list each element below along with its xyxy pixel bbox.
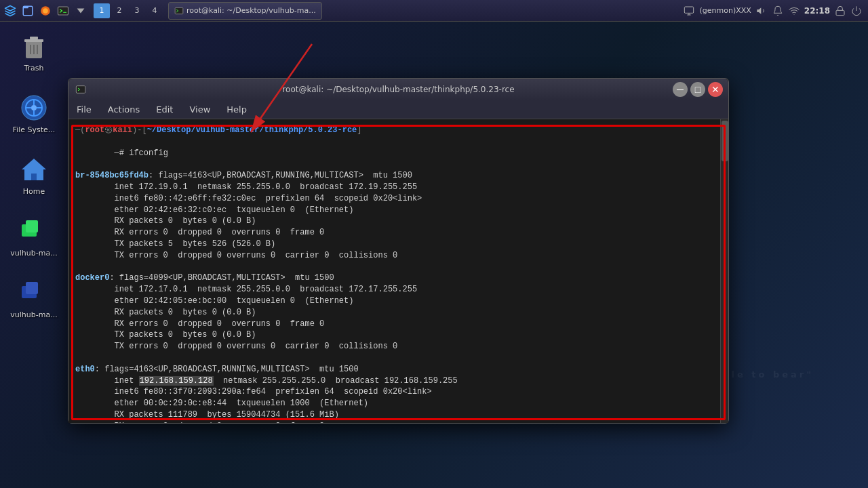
output-line-14: TX packets 0 bytes 0 (0.0 B) [75, 329, 722, 341]
svg-rect-13 [30, 37, 38, 39]
output-line-10: inet 172.17.0.1 netmask 255.255.0.0 broa… [75, 284, 722, 296]
taskbar-time: 22:18 [804, 6, 830, 16]
menu-help[interactable]: Help [224, 103, 250, 116]
prompt-line: ─(root㉿kali)-[~/Desktop/vulhub-master/th… [75, 125, 722, 136]
workspace-switcher: 1 2 3 4 [94, 3, 163, 18]
desktop-icon-home[interactable]: Home [7, 150, 61, 199]
svg-rect-29 [26, 282, 38, 294]
vulhub2-label: vulhub-ma... [10, 310, 57, 319]
output-line-18: inet6 fe80::3f70:2093:290a:fe64 prefixle… [75, 386, 722, 398]
svg-rect-30 [76, 86, 85, 94]
active-app-label: root@kali: ~/Desktop/vulhub-ma... [186, 6, 316, 15]
files-icon[interactable] [20, 3, 35, 18]
output-line-2: inet 172.19.0.1 netmask 255.255.0.0 broa… [75, 182, 722, 193]
kali-menu-icon[interactable] [3, 3, 18, 18]
output-line-16: eth0: flags=4163<UP,BROADCAST,RUNNING,MU… [75, 364, 722, 375]
taskbar-user: (genmon)XXX [699, 6, 751, 15]
desktop: 1 2 3 4 root@kali: ~/Desktop/vulhub-ma..… [0, 0, 868, 488]
taskbar-monitor-icon[interactable] [683, 5, 695, 17]
output-line-8: TX errors 0 dropped 0 overruns 0 carrier… [75, 250, 722, 262]
output-blank-2 [75, 352, 722, 364]
terminal-menubar: File Actions Edit View Help [68, 100, 728, 119]
output-line-15: TX errors 0 dropped 0 overruns 0 carrier… [75, 341, 722, 352]
terminal-window: root@kali: ~/Desktop/vulhub-master/think… [68, 78, 729, 424]
menu-view[interactable]: View [186, 103, 213, 116]
output-line-11: ether 02:42:05:ee:bc:00 txqueuelen 0 (Et… [75, 296, 722, 307]
desktop-icon-trash[interactable]: Trash [7, 27, 61, 75]
taskbar: 1 2 3 4 root@kali: ~/Desktop/vulhub-ma..… [0, 0, 868, 22]
home-icon [18, 153, 50, 186]
output-line-19: ether 00:0c:29:0c:e8:44 txqueuelen 1000 … [75, 398, 722, 409]
output-line-13: RX errors 0 dropped 0 overruns 0 frame 0 [75, 319, 722, 330]
taskbar-right: (genmon)XXX 22:18 [677, 5, 868, 17]
svg-rect-2 [23, 6, 28, 8]
svg-marker-6 [77, 8, 85, 13]
svg-point-4 [43, 8, 48, 14]
taskbar-notification-icon[interactable] [772, 5, 784, 17]
terminal-title: root@kali: ~/Desktop/vulhub-master/think… [74, 85, 723, 94]
home-label: Home [23, 187, 45, 196]
output-line-20: RX packets 111789 bytes 159044734 (151.6… [75, 409, 722, 421]
svg-rect-27 [26, 220, 38, 232]
filesystem-icon [18, 92, 50, 124]
workspace-4[interactable]: 4 [146, 3, 163, 18]
svg-rect-8 [685, 7, 694, 13]
output-line-3: inet6 fe80::42:e6ff:fe32:c0ec prefixlen … [75, 193, 722, 205]
menu-file[interactable]: File [74, 103, 94, 116]
vulhub1-icon [18, 215, 50, 247]
terminal-scrollbar-thumb[interactable] [722, 121, 728, 161]
taskbar-power-icon[interactable] [850, 5, 863, 17]
terminal-icon[interactable] [56, 3, 71, 18]
menu-edit[interactable]: Edit [153, 103, 176, 116]
terminal-dropdown-icon[interactable] [73, 3, 88, 18]
active-app-button[interactable]: root@kali: ~/Desktop/vulhub-ma... [168, 2, 322, 20]
taskbar-left: 1 2 3 4 root@kali: ~/Desktop/vulhub-ma..… [0, 2, 325, 20]
output-line-21: RX errors 0 dropped 0 overruns 0 frame 0 [75, 421, 722, 423]
desktop-icon-filesystem[interactable]: File Syste... [7, 89, 61, 137]
firefox-icon[interactable] [38, 3, 53, 18]
taskbar-lock-icon[interactable] [834, 5, 846, 17]
terminal-controls: ─ □ ✕ [673, 82, 723, 97]
trash-label: Trash [24, 64, 43, 73]
svg-rect-5 [58, 7, 68, 15]
menu-actions[interactable]: Actions [105, 103, 143, 116]
terminal-scrollbar[interactable] [720, 119, 728, 423]
desktop-icon-vulhub1[interactable]: vulhub-ma... [7, 212, 61, 260]
terminal-body[interactable]: ─(root㉿kali)-[~/Desktop/vulhub-master/th… [68, 119, 728, 423]
output-line-12: RX packets 0 bytes 0 (0.0 B) [75, 307, 722, 319]
svg-rect-9 [836, 10, 844, 15]
output-line-17: inet 192.168.159.128 netmask 255.255.255… [75, 375, 722, 387]
taskbar-sound-icon[interactable] [755, 5, 768, 17]
svg-rect-7 [175, 7, 183, 14]
output-blank-1 [75, 262, 722, 273]
svg-rect-12 [24, 39, 43, 42]
output-line-9: docker0: flags=4099<UP,BROADCAST,MULTICA… [75, 272, 722, 284]
svg-point-19 [31, 105, 37, 110]
terminal-maximize-btn[interactable]: □ [690, 82, 705, 97]
terminal-titlebar: root@kali: ~/Desktop/vulhub-master/think… [68, 79, 728, 100]
output-line-5: RX packets 0 bytes 0 (0.0 B) [75, 216, 722, 227]
filesystem-label: File Syste... [13, 125, 56, 134]
terminal-window-icon [75, 84, 86, 95]
output-line-4: ether 02:42:e6:32:c0:ec txqueuelen 0 (Et… [75, 205, 722, 216]
svg-rect-25 [31, 174, 37, 180]
output-line-6: RX errors 0 dropped 0 overruns 0 frame 0 [75, 227, 722, 239]
terminal-close-btn[interactable]: ✕ [708, 82, 723, 97]
output-line-7: TX packets 5 bytes 526 (526.0 B) [75, 239, 722, 250]
workspace-1[interactable]: 1 [94, 3, 110, 18]
vulhub1-label: vulhub-ma... [10, 249, 57, 258]
desktop-icons-area: Trash File Syste... [7, 27, 61, 322]
command-line: ─# ifconfig [75, 136, 722, 170]
workspace-3[interactable]: 3 [129, 3, 145, 18]
desktop-icon-vulhub2[interactable]: vulhub-ma... [7, 274, 61, 322]
workspace-2[interactable]: 2 [111, 3, 127, 18]
output-line-1: br-8548bc65fd4b: flags=4163<UP,BROADCAST… [75, 170, 722, 182]
trash-icon [18, 30, 50, 62]
taskbar-network-icon[interactable] [788, 5, 800, 17]
vulhub2-icon [18, 277, 50, 309]
terminal-minimize-btn[interactable]: ─ [673, 82, 688, 97]
